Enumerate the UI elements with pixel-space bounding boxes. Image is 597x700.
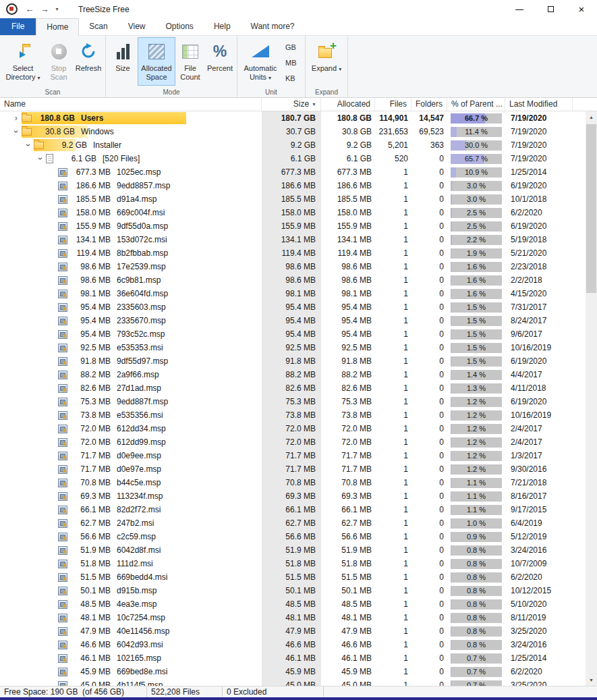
tree-chevron-icon[interactable]: › [35, 153, 46, 164]
table-row[interactable]: 98.6 MB 17e2539.msp 98.6 MB 98.6 MB 1 0 … [0, 260, 597, 273]
table-row[interactable]: 46.1 MB 102165.msp 46.1 MB 46.1 MB 1 0 0… [0, 651, 597, 665]
table-row[interactable]: 70.8 MB b44c5e.msp 70.8 MB 70.8 MB 1 0 1… [0, 476, 597, 489]
tab-view[interactable]: View [118, 18, 156, 35]
forward-button[interactable]: → [37, 1, 52, 18]
cell-files: 1 [375, 680, 411, 686]
percent-icon: % [213, 47, 227, 56]
table-row[interactable]: 72.0 MB 612dd99.msp 72.0 MB 72.0 MB 1 0 … [0, 435, 597, 449]
cell-files: 1 [375, 329, 411, 339]
percent-label: 1.2 % [451, 437, 502, 448]
header-size[interactable]: Size▼ [262, 98, 321, 111]
header-percent-of-parent[interactable]: % of Parent ... [447, 98, 505, 111]
row-size-label: 66.1 MB [67, 505, 111, 514]
table-row[interactable]: 50.1 MB d915b.msp 50.1 MB 50.1 MB 1 0 0.… [0, 584, 597, 597]
table-row[interactable]: 56.6 MB c2c59.msp 56.6 MB 56.6 MB 1 0 0.… [0, 530, 597, 543]
table-row[interactable]: › 180.8 GB Users 180.7 GB 180.8 GB 114,9… [0, 111, 597, 125]
scrollbar-up-arrow-icon[interactable]: ▲ [586, 111, 597, 123]
table-row[interactable]: 51.8 MB 111d2.msi 51.8 MB 51.8 MB 1 0 0.… [0, 557, 597, 570]
header-folders[interactable]: Folders [411, 98, 447, 111]
cell-files: 1 [375, 316, 411, 325]
minimize-button[interactable]: — [504, 0, 535, 18]
select-directory-button[interactable]: Select Directory ▾ [2, 37, 44, 86]
table-row[interactable]: 92.5 MB e535353.msi 92.5 MB 92.5 MB 1 0 … [0, 341, 597, 354]
table-row[interactable]: 88.2 MB 2a9f66.msp 88.2 MB 88.2 MB 1 0 1… [0, 368, 597, 381]
tab-file[interactable]: File [0, 18, 36, 35]
vertical-scrollbar[interactable]: ▲ ▼ [586, 111, 597, 686]
table-row[interactable]: 48.5 MB 4ea3e.msp 48.5 MB 48.5 MB 1 0 0.… [0, 597, 597, 611]
header-name[interactable]: Name [0, 98, 262, 111]
scrollbar-down-arrow-icon[interactable]: ▼ [586, 674, 597, 686]
close-button[interactable]: × [566, 0, 597, 18]
tab-scan[interactable]: Scan [79, 18, 117, 35]
scrollbar-thumb[interactable] [586, 124, 596, 293]
table-row[interactable]: 134.1 MB 153d072c.msi 134.1 MB 134.1 MB … [0, 233, 597, 246]
maximize-button[interactable] [535, 0, 566, 18]
table-row[interactable]: 186.6 MB 9edd8857.msp 186.6 MB 186.6 MB … [0, 179, 597, 192]
percent-mode-button[interactable]: % Percent [205, 37, 235, 86]
table-row[interactable]: 62.7 MB 247b2.msi 62.7 MB 62.7 MB 1 0 1.… [0, 516, 597, 530]
tab-home[interactable]: Home [36, 18, 79, 36]
tree-chevron-icon[interactable]: › [23, 140, 34, 151]
unit-mb-button[interactable]: MB [283, 55, 302, 71]
table-row[interactable]: 119.4 MB 8b2fbbab.msp 119.4 MB 119.4 MB … [0, 246, 597, 260]
quick-access-dropdown-button[interactable]: ▾ [52, 1, 62, 18]
table-row[interactable]: 73.8 MB e535356.msi 73.8 MB 73.8 MB 1 0 … [0, 408, 597, 422]
sort-dropdown-icon[interactable]: ▼ [312, 98, 316, 111]
header-files[interactable]: Files [375, 98, 411, 111]
table-row[interactable]: 47.9 MB 40e11456.msp 47.9 MB 47.9 MB 1 0… [0, 624, 597, 638]
tab-options[interactable]: Options [156, 18, 204, 35]
cell-allocated: 75.3 MB [321, 397, 375, 406]
file-count-button[interactable]: File Count [175, 37, 205, 86]
table-row[interactable]: 91.8 MB 9df55d97.msp 91.8 MB 91.8 MB 1 0… [0, 354, 597, 368]
cell-folders: 0 [411, 572, 447, 582]
table-row[interactable]: 71.7 MB d0e9ee.msp 71.7 MB 71.7 MB 1 0 1… [0, 449, 597, 462]
table-row[interactable]: 45.9 MB 669bed8e.msi 45.9 MB 45.9 MB 1 0… [0, 665, 597, 678]
unit-gb-button[interactable]: GB [283, 40, 302, 55]
header-last-modified[interactable]: Last Modified [505, 98, 573, 111]
table-row[interactable]: 98.1 MB 36e604fd.msp 98.1 MB 98.1 MB 1 0… [0, 287, 597, 300]
automatic-units-button[interactable]: Automatic Units ▾ [239, 37, 281, 86]
expand-button[interactable]: + Expand ▾ [308, 37, 345, 86]
installer-file-icon [58, 438, 67, 447]
table-row[interactable]: 158.0 MB 669c004f.msi 158.0 MB 158.0 MB … [0, 206, 597, 219]
name-cell: 134.1 MB 153d072c.msi [0, 233, 262, 246]
table-row[interactable]: 69.3 MB 113234f.msp 69.3 MB 69.3 MB 1 0 … [0, 489, 597, 503]
tab-want-more[interactable]: Want more? [241, 18, 305, 35]
header-allocated[interactable]: Allocated [321, 98, 375, 111]
table-row[interactable]: 75.3 MB 9edd887f.msp 75.3 MB 75.3 MB 1 0… [0, 395, 597, 408]
table-row[interactable]: 677.3 MB 1025ec.msp 677.3 MB 677.3 MB 1 … [0, 165, 597, 179]
table-row[interactable]: 95.4 MB 2335670.msp 95.4 MB 95.4 MB 1 0 … [0, 314, 597, 327]
table-row[interactable]: 95.4 MB 2335603.msp 95.4 MB 95.4 MB 1 0 … [0, 300, 597, 314]
table-row[interactable]: 71.7 MB d0e97e.msp 71.7 MB 71.7 MB 1 0 1… [0, 462, 597, 476]
stop-scan-button[interactable]: Stop Scan [44, 37, 74, 86]
size-mode-button[interactable]: Size [108, 37, 138, 86]
cell-allocated: 50.1 MB [321, 586, 375, 595]
table-row[interactable]: 51.5 MB 669bedd4.msi 51.5 MB 51.5 MB 1 0… [0, 570, 597, 584]
table-row[interactable]: › 9.2 GB Installer 9.2 GB 9.2 GB 5,201 3… [0, 138, 597, 152]
unit-kb-button[interactable]: KB [283, 71, 302, 86]
table-row[interactable]: 72.0 MB 612dd34.msp 72.0 MB 72.0 MB 1 0 … [0, 422, 597, 435]
table-row[interactable]: 51.9 MB 6042d8f.msi 51.9 MB 51.9 MB 1 0 … [0, 543, 597, 557]
table-row[interactable]: 185.5 MB d91a4.msp 185.5 MB 185.5 MB 1 0… [0, 192, 597, 206]
table-row[interactable]: 46.6 MB 6042d93.msi 46.6 MB 46.6 MB 1 0 … [0, 638, 597, 651]
table-row[interactable]: 155.9 MB 9df55d0a.msp 155.9 MB 155.9 MB … [0, 219, 597, 233]
allocated-space-button[interactable]: Allocated Space [138, 37, 175, 86]
tree-chevron-icon[interactable]: › [11, 113, 22, 124]
cell-folders: 0 [411, 491, 447, 501]
table-row[interactable]: 98.6 MB 6c9b81.msp 98.6 MB 98.6 MB 1 0 1… [0, 273, 597, 287]
table-row[interactable]: 82.6 MB 27d1ad.msp 82.6 MB 82.6 MB 1 0 1… [0, 381, 597, 395]
table-row[interactable]: 66.1 MB 82d2f72.msi 66.1 MB 66.1 MB 1 0 … [0, 503, 597, 516]
cell-files: 1 [375, 505, 411, 514]
refresh-button[interactable]: Refresh [74, 37, 103, 86]
cell-allocated: 48.1 MB [321, 613, 375, 622]
tree-chevron-icon[interactable]: › [11, 126, 22, 137]
table-row[interactable]: › 6.1 GB [520 Files] 6.1 GB 6.1 GB 520 0… [0, 152, 597, 165]
cell-size: 45.0 MB [262, 680, 321, 686]
cell-last-modified: 10/16/2019 [505, 343, 573, 352]
back-button[interactable]: ← [22, 1, 37, 18]
tab-help[interactable]: Help [204, 18, 241, 35]
table-row[interactable]: 95.4 MB 793c52c.msp 95.4 MB 95.4 MB 1 0 … [0, 327, 597, 341]
table-row[interactable]: 45.0 MB 4b114f5.msp 45.0 MB 45.0 MB 1 0 … [0, 678, 597, 686]
table-row[interactable]: › 30.8 GB Windows 30.7 GB 30.8 GB 231,65… [0, 125, 597, 138]
table-row[interactable]: 48.1 MB 10c7254.msp 48.1 MB 48.1 MB 1 0 … [0, 611, 597, 624]
